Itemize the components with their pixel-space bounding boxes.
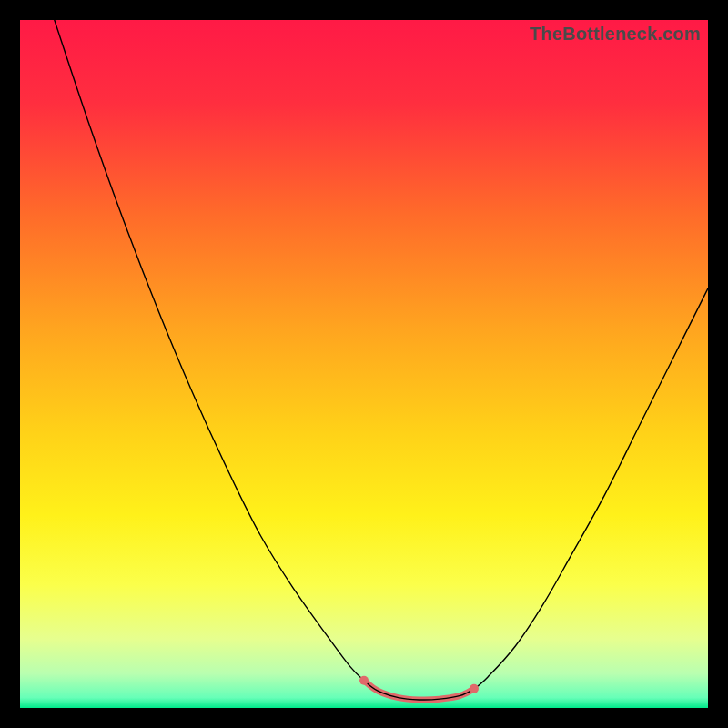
chart-frame: TheBottleneck.com (20, 20, 708, 708)
highlight-endpoint-dot (470, 684, 479, 693)
highlight-endpoint-dot (359, 676, 369, 685)
chart-svg (20, 20, 708, 708)
watermark-text: TheBottleneck.com (530, 24, 701, 45)
gradient-background (20, 20, 708, 708)
